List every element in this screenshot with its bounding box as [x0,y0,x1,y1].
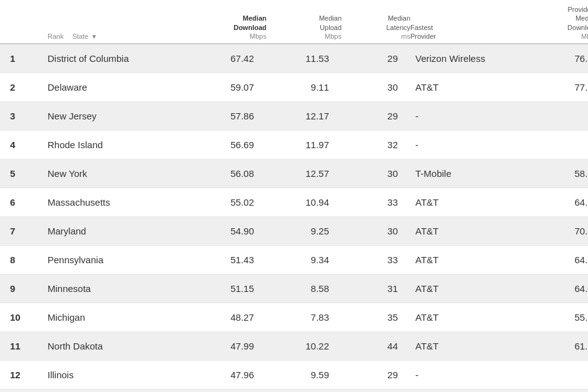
download-cell: 51.43 [185,254,266,265]
state-cell: Minnesota [48,283,185,294]
column-headers: Rank State ▼ MedianDownloadMbps MedianUp… [0,0,588,44]
download-cell: 55.02 [185,197,266,208]
rank-cell: 9 [10,283,48,294]
latency-cell: 33 [342,197,410,208]
state-cell: Pennsylvania [48,254,185,265]
provider-cell: - [410,369,510,380]
table-row: 3 New Jersey 57.86 12.17 29 - - [0,102,588,131]
table-row: 6 Massachusetts 55.02 10.94 33 AT&T 64.1… [0,188,588,217]
download-cell: 56.69 [185,139,266,150]
rank-cell: 1 [10,53,48,64]
rank-cell: 10 [10,312,48,323]
provider-cell: AT&T [410,226,510,236]
download-cell: 47.96 [185,369,266,380]
chevron-down-icon: ▼ [91,33,97,41]
rank-cell: 12 [10,369,48,380]
table-row: 10 Michigan 48.27 7.83 35 AT&T 55.84 [0,303,588,332]
upload-cell: 10.22 [266,341,342,351]
provider-cell: AT&T [410,254,510,265]
provider-download-cell: - [510,111,588,121]
upload-cell: 11.97 [266,139,342,150]
provider-download-cell: - [510,139,588,150]
upload-cell: 9.11 [266,82,342,93]
rank-cell: 11 [10,341,48,351]
rank-cell: 5 [10,168,48,179]
upload-cell: 9.34 [266,254,342,265]
provider-cell: - [410,139,510,150]
provider-cell: - [410,111,510,121]
table-row: 9 Minnesota 51.15 8.58 31 AT&T 64.03 [0,274,588,303]
state-label: State [73,32,89,41]
table-row: 8 Pennsylvania 51.43 9.34 33 AT&T 64.95 [0,246,588,274]
download-cell: 51.15 [185,283,266,294]
state-cell: Michigan [48,312,185,323]
download-cell: 54.90 [185,226,266,236]
table-row: 4 Rhode Island 56.69 11.97 32 - - [0,131,588,159]
upload-cell: 11.53 [266,53,342,64]
latency-cell: 31 [342,283,410,294]
rank-cell: 3 [10,111,48,121]
table-row: 1 District of Columbia 67.42 11.53 29 Ve… [0,44,588,73]
download-cell: 47.99 [185,341,266,351]
latency-cell: 32 [342,139,410,150]
state-cell: New Jersey [48,111,185,121]
rank-cell: 2 [10,82,48,93]
upload-cell: 12.17 [266,111,342,121]
provider-download-cell: 61.61 [510,341,588,351]
upload-cell: 8.58 [266,283,342,294]
state-cell: Illinois [48,369,185,380]
table-row: 5 New York 56.08 12.57 30 T-Mobile 58.89 [0,159,588,188]
latency-cell: 30 [342,82,410,93]
latency-cell: 29 [342,369,410,380]
provider-download-cell: - [510,369,588,380]
provider-download-cell: 64.03 [510,283,588,294]
rank-label: Rank [48,32,64,41]
table-row: 7 Maryland 54.90 9.25 30 AT&T 70.66 [0,217,588,246]
state-header: Rank State ▼ [48,32,185,41]
latency-cell: 35 [342,312,410,323]
provider-download-cell: 64.95 [510,254,588,265]
upload-cell: 7.83 [266,312,342,323]
provider-download-header: Provider'sMedianDownloadMbps [510,5,588,41]
download-cell: 57.86 [185,111,266,121]
provider-download-cell: 64.16 [510,197,588,208]
state-cell: Delaware [48,82,185,93]
download-cell: 56.08 [185,168,266,179]
state-cell: North Dakota [48,341,185,351]
provider-download-cell: 58.89 [510,168,588,179]
fastest-provider-header: FastestProvider [410,23,510,41]
state-cell: New York [48,168,185,179]
state-cell: Maryland [48,226,185,236]
upload-header: MedianUploadMbps [266,14,342,41]
download-cell: 67.42 [185,53,266,64]
provider-download-cell: 70.66 [510,226,588,236]
upload-cell: 10.94 [266,197,342,208]
provider-cell: AT&T [410,341,510,351]
rank-cell: 7 [10,226,48,236]
latency-header: MedianLatencyms [342,14,410,41]
state-cell: Massachusetts [48,197,185,208]
latency-cell: 44 [342,341,410,351]
table-row: 2 Delaware 59.07 9.11 30 AT&T 77.23 [0,73,588,102]
provider-cell: AT&T [410,82,510,93]
table-row: 12 Illinois 47.96 9.59 29 - - [0,361,588,389]
provider-download-cell: 76.44 [510,53,588,64]
provider-cell: T-Mobile [410,168,510,179]
provider-cell: AT&T [410,312,510,323]
table-row: 13 Connecticut 47.83 9.18 34 T-Mobile 57… [0,389,588,392]
latency-cell: 30 [342,226,410,236]
rank-cell: 4 [10,139,48,150]
provider-cell: Verizon Wireless [410,53,510,64]
upload-cell: 12.57 [266,168,342,179]
download-cell: 48.27 [185,312,266,323]
rank-cell: 8 [10,254,48,265]
table-body: 1 District of Columbia 67.42 11.53 29 Ve… [0,44,588,392]
latency-cell: 29 [342,111,410,121]
provider-cell: AT&T [410,283,510,294]
rank-cell: 6 [10,197,48,208]
state-cell: Rhode Island [48,139,185,150]
provider-cell: AT&T [410,197,510,208]
download-header: MedianDownloadMbps [185,14,266,41]
provider-download-cell: 77.23 [510,82,588,93]
provider-download-cell: 55.84 [510,312,588,323]
